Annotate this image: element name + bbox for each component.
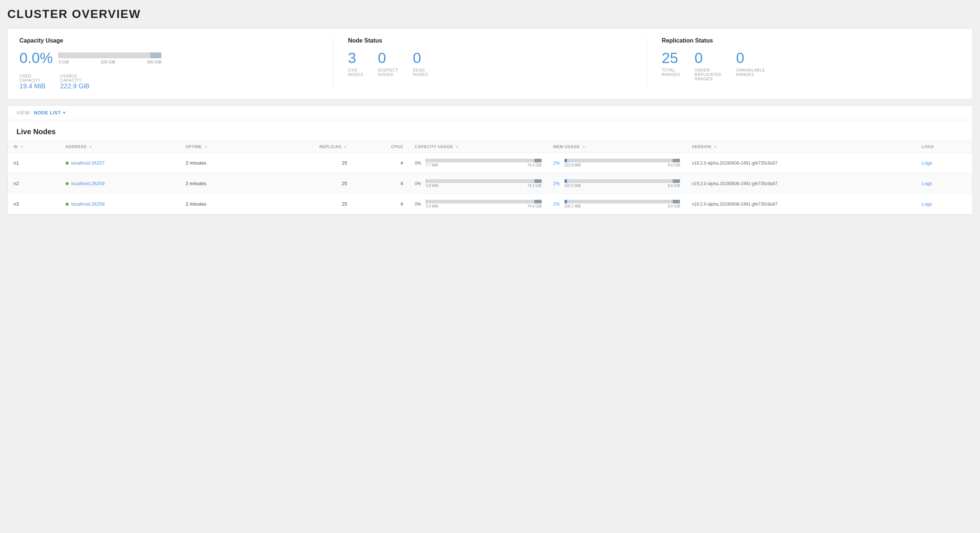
capacity-progress-bar: 0 GiB 100 GiB 200 GiB: [59, 52, 161, 64]
cell-logs[interactable]: Logs: [916, 153, 972, 173]
capacity-usage-title: Capacity Usage: [19, 37, 318, 44]
live-nodes-count: 3: [348, 50, 363, 67]
sort-icon-address: ▼: [89, 145, 92, 149]
sort-icon-version: ▼: [714, 145, 717, 149]
usable-capacity: USABLE CAPACITY 222.9 GiB: [60, 74, 89, 90]
capacity-pct: 0%: [415, 201, 424, 207]
usable-label-2: CAPACITY: [60, 78, 89, 82]
logs-link[interactable]: Logs: [922, 201, 932, 207]
used-capacity: USED CAPACITY 19.4 MiB: [19, 74, 46, 90]
cell-address[interactable]: localhost:26258: [60, 194, 180, 214]
capacity-used-label: 5.8 MiB: [426, 184, 438, 188]
cell-id: n2: [8, 173, 60, 194]
capacity-total-label: 74.3 GiB: [527, 184, 542, 188]
table-row: n3 localhost:26258 2 minutes 25 4 0% 5.9…: [8, 194, 972, 214]
suspect-nodes-item: 0 SUSPECT NODES: [378, 50, 398, 77]
col-mem[interactable]: MEM USAGE ▼: [547, 141, 686, 153]
mem-used-label: 222.9 MiB: [565, 163, 581, 167]
col-cpus[interactable]: CPUS: [353, 141, 409, 153]
col-version[interactable]: VERSION ▼: [686, 141, 916, 153]
capacity-percent: 0.0%: [19, 50, 53, 67]
address-link[interactable]: localhost:26259: [71, 181, 105, 186]
cell-mem: 2% 222.9 MiB 8.0 GiB: [547, 153, 686, 173]
capacity-total-label: 74.3 GiB: [527, 204, 542, 208]
cell-id: n1: [8, 153, 60, 173]
col-capacity[interactable]: CAPACITY USAGE ▼: [409, 141, 547, 153]
table-row: n2 localhost:26259 2 minutes 25 4 0% 5.8…: [8, 173, 972, 194]
cell-logs[interactable]: Logs: [916, 194, 972, 214]
cell-cpus: 4: [353, 194, 409, 214]
under-replicated-item: 0 UNDER- REPLICATED RANGES: [695, 50, 721, 81]
cell-version: v19.2.0-alpha.20190606-2491-gfe735c9a97: [686, 194, 916, 214]
cell-version: v19.2.0-alpha.20190606-2491-gfe735c9a97: [686, 173, 916, 194]
version-text: v19.2.0-alpha.20190606-2491-gfe735c9a97: [692, 160, 778, 166]
version-text: v19.2.0-alpha.20190606-2491-gfe735c9a97: [692, 201, 778, 207]
view-selected-label: NODE LIST: [34, 110, 61, 116]
dead-nodes-count: 0: [413, 50, 428, 67]
capacity-pct: 0%: [415, 181, 424, 186]
col-logs: LOGS: [916, 141, 972, 153]
usable-value: 222.9 GiB: [60, 82, 89, 90]
capacity-total-label: 74.3 GiB: [527, 163, 542, 167]
cell-logs[interactable]: Logs: [916, 173, 972, 194]
capacity-pct: 0%: [415, 160, 424, 166]
logs-link[interactable]: Logs: [922, 160, 932, 166]
used-value: 19.4 MiB: [19, 82, 46, 90]
cell-replicas: 25: [260, 173, 353, 194]
col-replicas[interactable]: REPLICAS ▼: [260, 141, 353, 153]
address-link[interactable]: localhost:26257: [71, 160, 105, 166]
dead-nodes-item: 0 DEAD NODES: [413, 50, 428, 77]
sort-icon-uptime: ▼: [204, 145, 208, 149]
view-select-button[interactable]: NODE LIST ▼: [34, 110, 66, 116]
view-bar: VIEW: NODE LIST ▼: [8, 106, 972, 120]
live-dot: [66, 203, 68, 206]
capacity-usage-section: Capacity Usage 0.0% 0 GiB 100 GiB 200 Gi…: [19, 37, 333, 90]
cell-address[interactable]: localhost:26257: [60, 153, 180, 173]
cell-id: n3: [8, 194, 60, 214]
cell-capacity: 0% 7.7 MiB 74.3 GiB: [409, 153, 547, 173]
total-ranges-count: 25: [662, 50, 679, 67]
cell-cpus: 4: [353, 173, 409, 194]
sort-icon-capacity: ▼: [455, 145, 459, 149]
unavailable-ranges-count: 0: [736, 50, 765, 67]
under-replicated-label: UNDER- REPLICATED RANGES: [695, 68, 721, 81]
capacity-used-label: 7.7 MiB: [426, 163, 438, 167]
mem-pct: 2%: [554, 201, 562, 207]
mem-used-label: 200.1 MiB: [565, 204, 581, 208]
table-header-row: ID ▼ ADDRESS ▼ UPTIME ▼ REPLICAS ▼ CPUS: [8, 141, 972, 153]
mem-pct: 2%: [554, 181, 562, 186]
under-replicated-count: 0: [695, 50, 721, 67]
progress-label-1: 100 GiB: [100, 60, 115, 64]
sort-icon-id: ▼: [21, 145, 24, 149]
nodes-table: ID ▼ ADDRESS ▼ UPTIME ▼ REPLICAS ▼ CPUS: [8, 140, 972, 214]
total-ranges-item: 25 TOTAL RANGES: [662, 50, 679, 81]
cell-version: v19.2.0-alpha.20190606-2491-gfe735c9a97: [686, 153, 916, 173]
mem-total-label: 8.0 GiB: [668, 184, 680, 188]
used-label-2: CAPACITY: [19, 78, 46, 82]
progress-label-2: 200 GiB: [147, 60, 161, 64]
view-label: VIEW:: [16, 110, 31, 116]
progress-label-0: 0 GiB: [59, 60, 69, 64]
mem-pct: 2%: [554, 160, 562, 166]
cell-mem: 2% 200.1 MiB 8.0 GiB: [547, 194, 686, 214]
col-address[interactable]: ADDRESS ▼: [60, 141, 180, 153]
cell-address[interactable]: localhost:26259: [60, 173, 180, 194]
dead-nodes-label: DEAD NODES: [413, 68, 428, 77]
live-dot: [66, 182, 68, 185]
col-id[interactable]: ID ▼: [8, 141, 60, 153]
nodes-table-card: VIEW: NODE LIST ▼ Live Nodes ID ▼ ADDRES…: [7, 105, 973, 215]
col-uptime[interactable]: UPTIME ▼: [180, 141, 260, 153]
address-link[interactable]: localhost:26258: [71, 201, 105, 207]
suspect-nodes-count: 0: [378, 50, 398, 67]
live-nodes-item: 3 LIVE NODES: [348, 50, 363, 77]
replication-status-section: Replication Status 25 TOTAL RANGES 0 UND…: [647, 37, 961, 90]
live-dot: [66, 162, 68, 165]
cell-replicas: 25: [260, 153, 353, 173]
live-nodes-title: Live Nodes: [8, 120, 972, 140]
cell-mem: 2% 192.0 MiB 8.0 GiB: [547, 173, 686, 194]
capacity-used-label: 5.9 MiB: [426, 204, 438, 208]
mem-total-label: 8.0 GiB: [668, 204, 680, 208]
live-nodes-label: LIVE NODES: [348, 68, 363, 77]
logs-link[interactable]: Logs: [922, 181, 932, 186]
cell-replicas: 25: [260, 194, 353, 214]
